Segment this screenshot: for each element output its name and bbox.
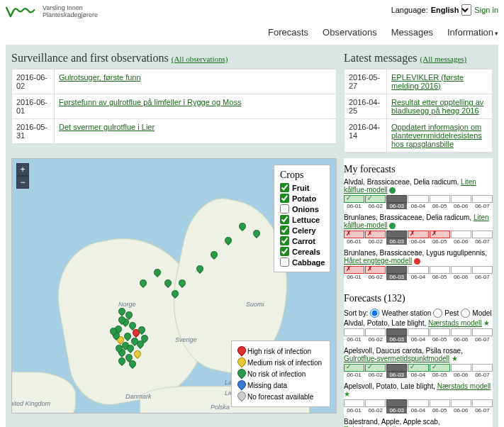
map-marker[interactable] [129, 360, 135, 366]
crop-checkbox[interactable] [280, 183, 289, 192]
msg-link[interactable]: EPLEVIKLER (første melding 2016) [391, 73, 464, 90]
fc-where: Alvdal, Brassicaceae, Delia radicum, [344, 178, 461, 186]
map-marker[interactable] [164, 279, 170, 285]
day-label: 06-04 [408, 372, 428, 378]
legend-row: No risk of infection [237, 368, 324, 379]
day-cell [430, 364, 450, 372]
map-marker[interactable] [118, 308, 124, 314]
language-select[interactable] [461, 4, 471, 16]
map-marker[interactable] [137, 340, 142, 346]
map-marker[interactable] [129, 322, 135, 328]
map-marker[interactable] [125, 354, 131, 360]
sort-model-radio[interactable] [461, 309, 470, 318]
forecasts-list-title: Forecasts (132) [344, 290, 493, 307]
day-cell [430, 231, 450, 238]
map-marker[interactable] [124, 333, 130, 338]
crop-checkbox[interactable] [280, 194, 289, 203]
day-cell [430, 399, 450, 407]
day-cell [451, 231, 471, 238]
day-label: 06-03 [386, 372, 407, 378]
crop-checkbox[interactable] [280, 226, 289, 235]
observations-table: 2016-06-02Gulrotsuger, første funn2016-0… [11, 69, 337, 144]
map-marker[interactable] [138, 326, 144, 332]
day-label: 06-01 [344, 372, 364, 378]
map-marker[interactable] [239, 223, 245, 228]
map-label-sverige: Sverige [175, 336, 197, 343]
msg-link[interactable]: Resultat etter opptelling av bladlusegg … [391, 98, 483, 115]
sort-pest-radio[interactable] [433, 309, 442, 318]
fc-model-link[interactable]: Gulrotflue-svermetidspunktmodell [344, 355, 449, 362]
day-cell [408, 231, 428, 238]
map-marker[interactable] [125, 311, 131, 317]
brand[interactable]: Varsling Innen Planteskadegjørere [6, 4, 98, 20]
brand-subtitle-2: Planteskadegjørere [43, 12, 98, 19]
day-label-row: 06-0106-0206-0306-0406-0506-0606-07 [344, 336, 493, 343]
fc-model-link[interactable]: Nærstads modell [428, 319, 482, 327]
map-marker[interactable] [116, 345, 121, 350]
obs-link[interactable]: Gulrotsuger, første funn [59, 73, 141, 82]
nav-information[interactable]: Information▾ [447, 27, 498, 38]
table-row: 2016-06-01Førstefunn av gulrotflue på li… [12, 94, 337, 119]
fc-model-link[interactable]: Håret engtege-modell [344, 257, 412, 265]
day-cell [430, 195, 450, 203]
zoom-out-button[interactable]: − [16, 176, 29, 189]
all-messages-link[interactable]: (All messages) [420, 55, 467, 63]
nav-messages[interactable]: Messages [391, 27, 433, 38]
forecast-item: Alvdal, Brassicaceae, Delia radicum, Lit… [344, 178, 493, 209]
map-marker[interactable] [225, 237, 230, 243]
map-marker[interactable] [196, 265, 202, 271]
day-label: 06-07 [472, 372, 493, 378]
day-row [344, 195, 493, 203]
map-marker[interactable] [154, 269, 159, 274]
day-cell [386, 231, 407, 238]
map-marker[interactable] [172, 290, 177, 296]
star-icon[interactable]: ★ [344, 390, 350, 398]
crop-checkbox[interactable] [280, 247, 289, 256]
star-icon[interactable]: ★ [483, 319, 490, 327]
fc-model-link[interactable]: Nærstads modell [437, 382, 491, 390]
msg-link[interactable]: Oppdatert informasjon om plantevernmidde… [391, 123, 482, 148]
crop-checkbox[interactable] [280, 236, 289, 245]
obs-link[interactable]: Førstefunn av gulrotflue på limfeller i … [59, 98, 241, 106]
obs-date: 2016-06-02 [12, 70, 55, 94]
map[interactable]: Norge Sverige Suomi Danmark United Kingd… [11, 158, 337, 414]
map-marker[interactable] [140, 279, 145, 285]
map-marker[interactable] [110, 328, 116, 333]
map-label-uk: United Kingdom [11, 400, 50, 407]
nav-observations[interactable]: Observations [323, 27, 377, 38]
table-row: 2016-04-25Resultat etter opptelling av b… [345, 94, 493, 119]
map-marker[interactable] [118, 357, 124, 363]
surveillance-title: Surveillance and first observations [11, 52, 169, 64]
map-marker[interactable] [211, 251, 216, 257]
map-marker[interactable] [118, 316, 124, 322]
map-marker[interactable] [134, 350, 140, 356]
crop-checkbox[interactable] [280, 215, 289, 224]
map-marker[interactable] [141, 335, 147, 340]
obs-link[interactable]: Det svermer gulrotflue i Lier [59, 123, 155, 131]
zoom-in-button[interactable]: + [16, 163, 29, 176]
sort-weather-radio[interactable] [370, 309, 379, 318]
crop-row: Potato [280, 193, 324, 204]
day-label: 06-06 [451, 274, 471, 280]
signin-link[interactable]: Sign in [474, 6, 498, 14]
legend-label: No risk of infection [247, 370, 306, 378]
crop-checkbox[interactable] [280, 257, 289, 267]
main-nav: Forecasts Observations Messages Informat… [6, 23, 498, 45]
crop-checkbox[interactable] [280, 204, 289, 214]
day-cell [472, 195, 493, 203]
map-zoom: + − [16, 163, 29, 189]
crop-label: Cereals [292, 248, 320, 256]
all-observations-link[interactable]: (All observations) [172, 55, 228, 63]
map-marker[interactable] [253, 230, 259, 235]
forecast-item: Balestrand, Apple, Apple scab, Epleskurv… [344, 418, 493, 427]
star-icon[interactable]: ★ [452, 355, 458, 362]
map-marker[interactable] [179, 279, 184, 285]
day-label: 06-06 [451, 336, 471, 343]
day-label: 06-02 [365, 336, 386, 343]
day-cell [408, 328, 428, 336]
map-marker[interactable] [127, 345, 133, 350]
day-cell [472, 364, 493, 372]
nav-forecasts[interactable]: Forecasts [268, 27, 308, 38]
crop-label: Onions [292, 205, 319, 214]
pin-icon [237, 392, 245, 401]
